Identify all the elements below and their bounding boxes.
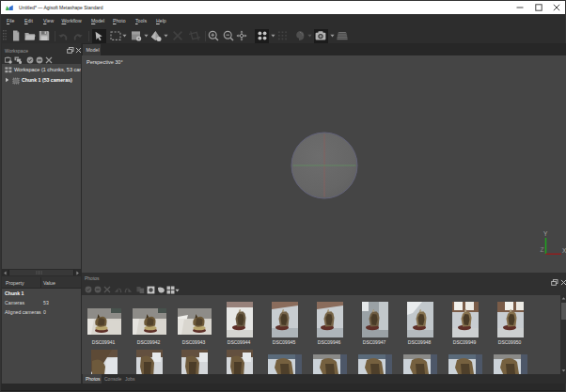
svg-text:Y: Y [543, 230, 548, 237]
svg-text:X: X [562, 247, 566, 254]
svg-text:Z: Z [541, 246, 544, 253]
